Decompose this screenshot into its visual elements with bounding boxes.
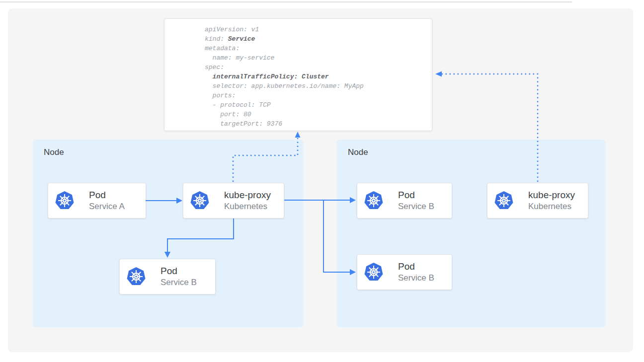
code-line: metadata: [205,44,432,53]
code-line: spec: [205,63,432,72]
kubernetes-icon [190,191,210,211]
service-yaml-box: apiVersion: v1kind: Servicemetadata: nam… [164,18,432,131]
card-subtitle: Kubernetes [528,201,575,212]
node-box-right: Node [337,140,605,327]
code-line: apiVersion: v1 [205,25,432,34]
kubernetes-icon [364,191,384,211]
kubernetes-icon [55,191,75,211]
card-subtitle: Kubernetes [224,201,271,212]
code-line: kind: Service [205,34,432,44]
code-line: targetPort: 9376 [205,119,432,129]
node-label: Node [348,147,368,157]
card-pod-service-b-right-top: Pod Service B [357,183,452,218]
card-subtitle: Service A [89,201,125,212]
code-line: ports: [205,91,432,100]
diagram-stage: apiVersion: v1kind: Servicemetadata: nam… [0,0,644,362]
card-title: Pod [161,265,197,277]
code-line: internalTrafficPolicy: Cluster [205,72,432,81]
kubernetes-icon [126,267,146,287]
card-kube-proxy-right: kube-proxy Kubernetes [487,183,588,218]
card-title: kube-proxy [224,189,271,201]
card-subtitle: Service B [398,201,434,212]
card-title: Pod [398,189,434,201]
top-divider-line [0,1,572,2]
node-box-left: Node [33,140,303,327]
card-title: kube-proxy [528,189,575,201]
card-title: Pod [89,189,125,201]
code-line: port: 80 [205,110,432,119]
yaml-code: apiVersion: v1kind: Servicemetadata: nam… [164,19,432,129]
card-subtitle: Service B [161,277,197,288]
code-line: - protocol: TCP [205,100,432,110]
node-label: Node [44,147,64,157]
card-pod-service-b-left: Pod Service B [119,259,216,294]
code-line: selector: app.kubernetes.io/name: MyApp [205,81,432,91]
card-pod-service-a: Pod Service A [48,183,146,218]
kubernetes-icon [364,262,384,282]
card-pod-service-b-right-bottom: Pod Service B [357,254,452,290]
card-title: Pod [398,261,434,273]
code-line: name: my-service [205,53,432,63]
kubernetes-icon [494,191,514,211]
card-subtitle: Service B [398,273,434,284]
card-kube-proxy-left: kube-proxy Kubernetes [183,183,284,218]
